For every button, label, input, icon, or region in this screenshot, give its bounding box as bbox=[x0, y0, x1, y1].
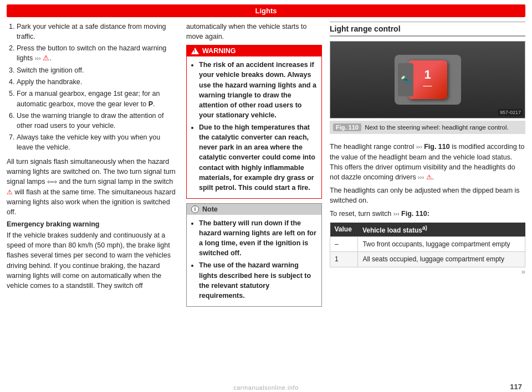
warning-label: WARNING bbox=[202, 47, 236, 55]
warning-triangle-icon bbox=[191, 48, 199, 54]
table-header-value: Value bbox=[330, 223, 358, 237]
table-cell-status-1: Two front occupants, luggage compartment… bbox=[358, 236, 525, 252]
warning-triangle-icon: ⚠ bbox=[43, 54, 49, 62]
note-header: i Note bbox=[187, 204, 321, 215]
chevron-icon-2: ››› bbox=[418, 173, 424, 182]
triangle-icon: ⚠ bbox=[7, 188, 13, 196]
chevron-icon-1: ››› bbox=[416, 143, 422, 152]
list-item: Press the button to switch on the hazard… bbox=[17, 43, 178, 64]
table-cell-status-2: All seats occupied, luggage compartment … bbox=[358, 252, 525, 267]
note-icon: i bbox=[191, 205, 199, 213]
right-body-2: The headlights can only be adjusted when… bbox=[330, 185, 525, 205]
note-label: Note bbox=[202, 205, 218, 213]
page-number: 117 bbox=[510, 383, 522, 391]
figure-caption: Fig. 110 Next to the steering wheel: hea… bbox=[330, 121, 525, 134]
headlight-knob: 1 — bbox=[408, 60, 447, 99]
list-item: Park your vehicle at a safe distance fro… bbox=[17, 22, 178, 42]
list-item: Use the warning triangle to draw the att… bbox=[17, 111, 178, 131]
right-body-1: The headlight range control ››› Fig. 110… bbox=[330, 142, 525, 182]
right-reset-text: To reset, turn switch ››› Fig. 110: bbox=[330, 209, 525, 219]
warning-text-bold-1: The risk of an accident increases if you… bbox=[199, 61, 316, 119]
page-container: Lights Park your vehicle at a safe dista… bbox=[0, 4, 532, 392]
table-footer-arrow: » bbox=[330, 267, 525, 276]
section-title: Light range control bbox=[330, 22, 525, 37]
table-cell-value-2: 1 bbox=[330, 252, 358, 267]
note-list: The battery will run down if the hazard … bbox=[191, 218, 317, 301]
list-item: For a manual gearbox, engage 1st gear; f… bbox=[17, 89, 178, 109]
note-text-bold-1: The battery will run down if the hazard … bbox=[199, 219, 316, 257]
warning-text-bold-2: Due to the high temperatures that the ca… bbox=[199, 123, 315, 192]
vehicle-load-table: Value Vehicle load statusa) – Two front … bbox=[330, 223, 525, 268]
emergency-text: If the vehicle brakes suddenly and conti… bbox=[7, 230, 178, 291]
chevron-icon-3: ››› bbox=[393, 210, 400, 219]
note-item-1: The battery will run down if the hazard … bbox=[199, 218, 317, 259]
body-paragraph-1: All turn signals flash simultaneously wh… bbox=[7, 157, 178, 217]
bold-p: P bbox=[149, 100, 153, 108]
knob-panel: 🔦 1 — bbox=[395, 55, 461, 105]
figure-caption-text: Next to the steering wheel: headlight ra… bbox=[365, 124, 509, 131]
turn-signal-icon: ⇦⇨ bbox=[47, 178, 57, 185]
warning-list: The risk of an accident increases if you… bbox=[191, 60, 317, 193]
warning-item-2: Due to the high temperatures that the ca… bbox=[199, 122, 317, 193]
site-watermark: carmanualsonline.info bbox=[233, 384, 299, 391]
right-column: Light range control 🔦 1 — 957-0217 bbox=[330, 22, 525, 311]
section-header: Lights bbox=[7, 4, 525, 17]
mid-column: automatically when the vehicle starts to… bbox=[186, 22, 322, 311]
table-row: 1 All seats occupied, luggage compartmen… bbox=[330, 252, 525, 267]
left-column: Park your vehicle at a safe distance fro… bbox=[7, 22, 178, 311]
list-item: Always take the vehicle key with you whe… bbox=[17, 132, 178, 152]
knob-icon: — bbox=[423, 81, 432, 91]
continue-text: automatically when the vehicle starts to… bbox=[186, 22, 322, 42]
table-row: – Two front occupants, luggage compartme… bbox=[330, 236, 525, 252]
right-arrow-icon: » bbox=[521, 267, 525, 276]
table-cell-value-1: – bbox=[330, 236, 358, 252]
instruction-list: Park your vehicle at a safe distance fro… bbox=[7, 22, 178, 152]
list-item: Switch the ignition off. bbox=[17, 65, 178, 75]
main-content: Park your vehicle at a safe distance fro… bbox=[0, 17, 532, 313]
headlight-image: 🔦 1 — 957-0217 bbox=[330, 41, 525, 118]
header-title: Lights bbox=[255, 7, 277, 15]
warning-box: WARNING The risk of an accident increase… bbox=[186, 45, 322, 199]
note-text-bold-2: The use of the hazard warning lights des… bbox=[199, 261, 311, 299]
emergency-heading: Emergency braking warning bbox=[7, 220, 178, 228]
table-header-status: Vehicle load statusa) bbox=[358, 223, 525, 237]
fig-ref-2: Fig. 110: bbox=[401, 210, 429, 218]
image-watermark: 957-0217 bbox=[498, 109, 523, 116]
knob-value: 1 bbox=[424, 69, 431, 81]
figure-number: Fig. 110 bbox=[333, 123, 361, 131]
warning-item-1: The risk of an accident increases if you… bbox=[199, 60, 317, 120]
warning-inline-icon: ⚠ bbox=[426, 173, 432, 181]
fig-ref-1: Fig. 110 bbox=[424, 143, 450, 151]
list-item: Apply the handbrake. bbox=[17, 77, 178, 87]
note-box: i Note The battery will run down if the … bbox=[186, 203, 322, 307]
warning-header: WARNING bbox=[187, 45, 321, 56]
note-item-2: The use of the hazard warning lights des… bbox=[199, 260, 317, 301]
chevron-icon: ››› bbox=[35, 54, 41, 63]
